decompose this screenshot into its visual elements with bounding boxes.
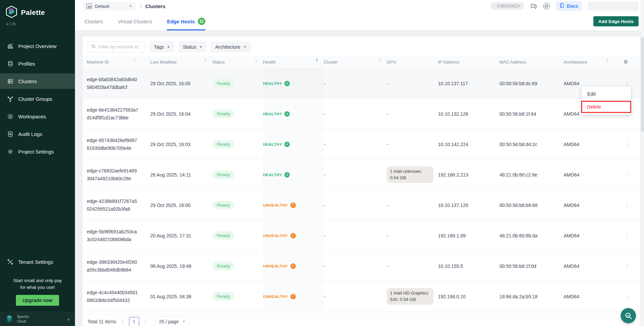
table-row: edge-396338420e4f260a55c3bbd046db9b6408 … [83,251,640,281]
chat-bubbles-icon[interactable] [530,3,537,9]
menu-item-edit[interactable]: Edit [582,88,631,100]
architecture-cell: AMD64 [564,129,614,159]
cluster-cell: - [324,129,387,159]
status-filter-dropdown[interactable]: Status▼ [179,41,207,52]
column-header-cluster[interactable]: Cluster▴▾ [324,56,387,68]
column-header-architecture[interactable]: Architecture▴▾ [564,56,614,68]
page-size-select[interactable]: 25 / page ▼ [155,317,189,326]
health-badge: HEALTHY✓ [263,111,290,117]
status-cell: Ready [212,99,263,129]
tools-icon [7,259,14,265]
gpu-cell: - [387,129,438,159]
kebab-menu-icon[interactable]: ⋮ [624,293,630,300]
gpu-cell: - [387,68,438,98]
tab-edge-hosts[interactable]: Edge Hosts11 [167,12,205,30]
ip-address-cell: 10.10.137.117 [438,68,499,98]
health-cell: UNHEALTHY! [263,251,324,281]
sort-icon[interactable]: ▴▾ [205,60,206,64]
upgrade-now-button[interactable]: Upgrade now [16,295,59,306]
project-name: Default [95,4,109,9]
sort-icon[interactable]: ▴▾ [134,60,135,64]
architecture-value: AMD64 [564,81,579,86]
machine-id-cell: edge-8e41384227563a7d14df9f1d1ac73bbe [83,99,150,129]
sidebar-item-profiles[interactable]: Profiles [0,56,75,71]
last-modified-cell: 08 Aug 2025, 19:48 [150,251,212,281]
gpu-cell: 1 Intel HD Graphics 530, 0.54 GB [387,281,438,311]
sidebar-item-audit-logs[interactable]: Audit Logs [0,126,75,142]
gpu-value: - [387,203,388,208]
machine-id-value: edge-5b96f691ab253ca3c02448210b608bda [87,228,139,243]
column-header-health[interactable]: Health▴▾ [263,56,324,68]
tags-filter-dropdown[interactable]: Tags▼ [150,41,175,52]
sidebar-item-clusters[interactable]: Clusters [0,73,75,89]
column-header-last-modified[interactable]: Last Modified▴▾ [150,56,212,68]
ip-address-value: 10.10.137.117 [438,81,468,86]
sidebar-item-cluster-groups[interactable]: Cluster Groups [0,91,75,107]
health-label: UNHEALTHY [263,264,288,268]
book-icon [560,3,564,9]
search-input[interactable] [99,44,139,49]
mac-address-cell: 00:50:56:b8:dc:69 [499,68,564,98]
status-cell: Ready [212,129,263,159]
column-header-status[interactable]: Status▴▾ [212,56,263,68]
help-chat-widget[interactable] [621,308,636,323]
tab-label: Edge Hosts [167,19,195,24]
kebab-menu-icon[interactable]: ⋮ [624,202,630,209]
column-header-label: Cluster [324,60,338,65]
sort-icon[interactable]: ▴▾ [255,60,257,64]
ip-address-value: 10.10.155.5 [438,263,463,269]
tabs-bar: ClustersVirtual ClustersEdge Hosts11 Add… [75,12,644,30]
machine-id-value: edge-4238b891f7267a5024295521a92b3fa8 [87,197,139,213]
kebab-menu-icon[interactable]: ⋮ [624,141,630,148]
ip-address-value: 192.168.1.89 [438,233,466,238]
docs-button[interactable]: Docs [556,1,582,11]
tab-virtual-clusters[interactable]: Virtual Clusters [118,12,152,30]
next-page-icon[interactable]: › [144,319,147,325]
user-account-area[interactable] [588,2,639,10]
mention-icon[interactable]: @ [543,3,550,9]
tab-label: Clusters [84,19,103,24]
architecture-filter-dropdown[interactable]: Architecture▼ [211,41,251,52]
project-selector[interactable]: Default ▼ [83,2,136,11]
chevron-down-icon: ▼ [167,45,170,49]
column-header-gpu[interactable]: GPU [387,56,438,68]
kebab-menu-icon[interactable]: ⋮ [624,171,630,178]
mac-address-cell: 00:50:56:b8:b6:68 [499,190,564,220]
sort-icon[interactable]: ▴▾ [316,60,317,64]
sidebar-item-project-overview[interactable]: Project Overview [0,38,75,54]
column-settings-cell: ⚙ [614,56,640,68]
gpu-chip: 1 Intel unknown, 0.54 GB [387,166,433,183]
previous-page-icon[interactable]: ‹ [121,319,124,325]
sort-desc-icon: ▾ [255,62,257,64]
mac-address-cell: 00:50:56:b8:1f:0d [499,251,564,281]
scrollbar-thumb[interactable] [641,37,644,132]
machine-id-search[interactable] [87,41,146,52]
scrollbar-track[interactable] [641,0,644,326]
current-page-button[interactable]: 1 [129,317,139,326]
sort-icon[interactable]: ▴▾ [379,60,380,64]
add-edge-hosts-button[interactable]: Add Edge Hosts [593,16,639,26]
docs-label: Docs [567,3,578,9]
architecture-value: AMD64 [564,111,579,117]
column-header-ip-address[interactable]: IP Address [438,56,499,68]
column-header-mac-address[interactable]: MAC Address [499,56,564,68]
sidebar-item-workspaces[interactable]: Workspaces [0,109,75,124]
status-badge: Ready [212,262,234,270]
gpu-value: - [387,263,388,269]
table-settings-gear-icon[interactable]: ⚙ [623,59,628,65]
kebab-menu-icon[interactable]: ⋮ [624,232,630,239]
architecture-value: AMD64 [564,172,579,178]
tab-clusters[interactable]: Clusters [84,12,103,30]
sort-icon[interactable]: ▴▾ [607,60,608,64]
sidebar: Palette 4.7.29 Project OverviewProfilesC… [0,0,75,326]
menu-item-delete[interactable]: Delete [582,102,630,112]
kebab-menu-icon[interactable]: ⋮ [624,262,630,270]
health-label: HEALTHY [263,82,282,86]
column-header-machine-id[interactable]: Machine ID▴▾ [83,56,150,68]
kebab-menu-icon[interactable]: ⋮ [624,80,630,87]
sidebar-item-project-settings[interactable]: Project Settings [0,144,75,159]
mac-address-value: 00:50:56:b8:1f:0d [499,263,536,269]
usage-badge: 0.86/100kCh [490,2,524,10]
sidebar-item-tenant-settings[interactable]: Tenant Settings [0,254,75,270]
collapse-sidebar-icon[interactable]: ‹ [68,316,70,323]
